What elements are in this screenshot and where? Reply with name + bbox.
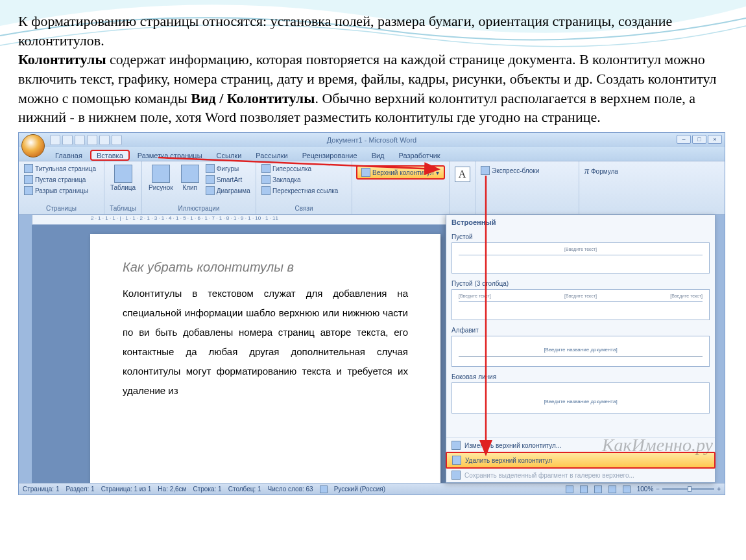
gallery-item-empty[interactable]: [Введите текст]	[451, 242, 710, 274]
group-illustrations-label: Иллюстрации	[146, 204, 252, 212]
zoom-in-button[interactable]: +	[717, 485, 721, 493]
status-page-of[interactable]: Страница: 1 из 1	[101, 485, 152, 493]
gallery-item-label: Пустой	[451, 229, 710, 242]
document-area: 2 · 1 · 1 · 1 · | · 1 · 1 · 2 · 1 · 3 · …	[19, 215, 725, 483]
spellcheck-icon[interactable]	[320, 485, 328, 493]
qat-undo-icon[interactable]	[62, 135, 73, 145]
smartart-icon	[206, 175, 215, 184]
term-kolontituly: Колонтитулы	[18, 51, 106, 67]
word-window: Документ1 - Microsoft Word – □ × Главная…	[18, 132, 725, 495]
tab-review[interactable]: Рецензирование	[296, 150, 364, 161]
tab-page-layout[interactable]: Разметка страницы	[131, 150, 209, 161]
textbox-button[interactable]: A	[453, 165, 471, 183]
status-line[interactable]: Строка: 1	[193, 485, 221, 493]
ribbon: Титульная страница Пустая страница Разры…	[19, 161, 725, 215]
chart-icon	[206, 186, 215, 195]
hyperlink-button[interactable]: Гиперссылка	[260, 163, 339, 174]
status-column[interactable]: Столбец: 1	[228, 485, 261, 493]
maximize-button[interactable]: □	[692, 135, 706, 144]
quick-access-toolbar	[50, 135, 122, 145]
gallery-item-label: Алфавит	[451, 323, 710, 336]
tab-home[interactable]: Главная	[49, 150, 89, 161]
zoom-out-button[interactable]: −	[656, 485, 660, 493]
tab-developer[interactable]: Разработчик	[392, 150, 447, 161]
menu-path: Вид / Колонтитулы	[191, 90, 315, 106]
group-links: Гиперссылка Закладка Перекрестная ссылка…	[256, 161, 352, 214]
bookmark-icon	[261, 175, 271, 184]
clipart-icon	[181, 165, 199, 183]
group-header-footer: Верхний колонтитул ▾	[352, 161, 450, 214]
office-button[interactable]	[21, 134, 45, 158]
qat-btn5-icon[interactable]	[99, 135, 110, 145]
zoom-slider[interactable]	[662, 488, 714, 490]
status-wordcount[interactable]: Число слов: 63	[268, 485, 313, 493]
delete-icon	[452, 456, 461, 465]
group-text2: Экспресс-блоки	[475, 161, 579, 214]
quickparts-button[interactable]: Экспресс-блоки	[479, 165, 575, 176]
picture-button[interactable]: Рисунок	[146, 163, 176, 204]
minimize-button[interactable]: –	[677, 135, 691, 144]
dropdown-gallery[interactable]: Пустой [Введите текст] Пустой (3 столбца…	[446, 229, 715, 442]
zoom-value: 100%	[637, 485, 654, 493]
group-text: A	[450, 161, 475, 214]
group-pages-label: Страницы	[23, 204, 100, 212]
tab-references[interactable]: Ссылки	[210, 150, 248, 161]
zoom-control[interactable]: 100% − +	[637, 485, 721, 493]
save-selection-action: Сохранить выделенный фрагмент в галерею …	[446, 468, 715, 482]
view-print-icon[interactable]	[566, 485, 573, 493]
status-page[interactable]: Страница: 1	[23, 485, 59, 493]
qat-save-icon[interactable]	[50, 135, 60, 145]
page-break-button[interactable]: Разрыв страницы	[23, 185, 97, 196]
hyperlink-icon	[261, 164, 271, 173]
gallery-item-empty3[interactable]: [Введите текст] [Введите текст] [Введите…	[451, 289, 710, 320]
page[interactable]: Как убрать колонтитулы в Колонтитулы в т…	[90, 234, 440, 483]
view-web-icon[interactable]	[594, 485, 602, 493]
crossref-button[interactable]: Перекрестная ссылка	[260, 185, 339, 196]
textbox-icon: A	[455, 167, 470, 182]
status-section[interactable]: Раздел: 1	[66, 485, 94, 493]
smartart-button[interactable]: SmartArt	[204, 174, 252, 185]
cover-page-icon	[24, 164, 33, 173]
group-tables: Таблица Таблицы	[104, 161, 142, 214]
view-reading-icon[interactable]	[580, 485, 588, 493]
blank-page-button[interactable]: Пустая страница	[23, 174, 97, 185]
quickparts-icon	[481, 166, 490, 175]
tab-insert[interactable]: Вставка	[90, 150, 130, 161]
gallery-item-label: Боковая линия	[451, 369, 710, 382]
shapes-icon	[206, 164, 215, 173]
chart-button[interactable]: Диаграмма	[204, 185, 252, 196]
group-tables-label: Таблицы	[108, 204, 138, 212]
qat-redo-icon[interactable]	[75, 135, 85, 145]
tab-mailings[interactable]: Рассылки	[249, 150, 294, 161]
slide-text: К форматированию страницы относятся: уст…	[0, 0, 746, 132]
header-icon	[361, 168, 370, 177]
header-button[interactable]: Верхний колонтитул ▾	[356, 165, 445, 180]
dropdown-section-header: Встроенный	[446, 215, 715, 229]
view-draft-icon[interactable]	[623, 485, 631, 493]
formula-button[interactable]: π Формула	[583, 165, 634, 177]
gallery-item-alphabet[interactable]: [Введите название документа]	[451, 336, 710, 367]
shapes-button[interactable]: Фигуры	[204, 163, 252, 174]
blank-page-icon	[24, 175, 33, 184]
gallery-item-sideline[interactable]: [Введите название документа]	[451, 382, 710, 414]
tab-view[interactable]: Вид	[365, 150, 391, 161]
close-button[interactable]: ×	[708, 135, 722, 144]
table-button[interactable]: Таблица	[108, 163, 138, 204]
pi-icon: π	[584, 166, 589, 176]
page-heading: Как убрать колонтитулы в	[123, 260, 408, 275]
save-icon	[451, 471, 461, 480]
dropdown-arrow-icon: ▾	[436, 169, 439, 176]
bookmark-button[interactable]: Закладка	[260, 174, 339, 185]
qat-btn6-icon[interactable]	[112, 135, 122, 145]
status-language[interactable]: Русский (Россия)	[334, 485, 385, 493]
clipart-button[interactable]: Клип	[178, 163, 202, 204]
group-illustrations: Рисунок Клип Фигуры SmartArt Диаграмма И…	[142, 161, 256, 214]
ribbon-tabs: Главная Вставка Разметка страницы Ссылки…	[19, 147, 725, 161]
qat-btn4-icon[interactable]	[87, 135, 97, 145]
crossref-icon	[261, 186, 271, 195]
vertical-ruler[interactable]	[19, 225, 32, 483]
cover-page-button[interactable]: Титульная страница	[23, 163, 97, 174]
status-position[interactable]: На: 2,6см	[158, 485, 186, 493]
paragraph-1: К форматированию страницы относятся: уст…	[18, 13, 672, 49]
view-outline-icon[interactable]	[608, 485, 616, 493]
